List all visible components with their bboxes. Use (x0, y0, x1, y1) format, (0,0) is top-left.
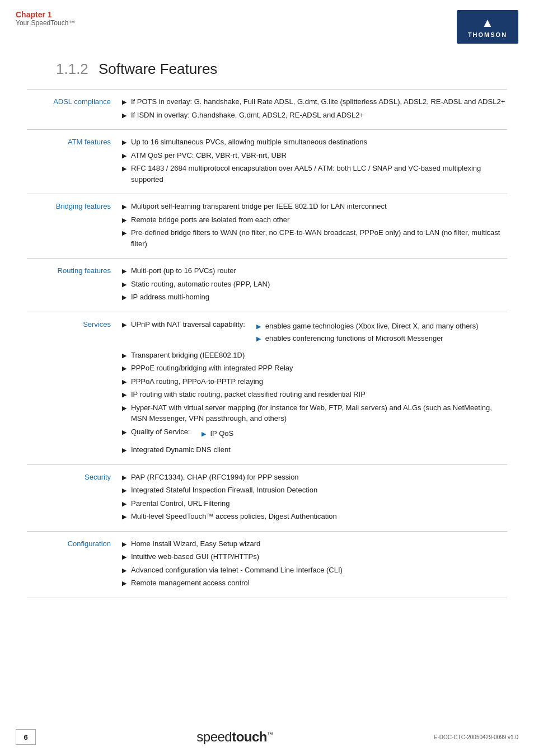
item-text: Home Install Wizard, Easy Setup wizard (131, 538, 260, 550)
item-text: Advanced configuration via telnet - Comm… (131, 565, 343, 576)
item-text: If POTS in overlay: G. handshake, Full R… (131, 96, 505, 107)
bullet-arrow-icon: ▶ (122, 320, 127, 330)
chapter-label: Chapter 1 (16, 10, 75, 19)
bullet-arrow-icon: ▶ (122, 138, 127, 147)
feature-row: Services▶UPnP with NAT traversal capabil… (27, 312, 507, 464)
item-text: Multi-level SpeedTouch™ access policies,… (131, 511, 337, 522)
list-item: ▶Home Install Wizard, Easy Setup wizard (122, 538, 507, 550)
page-header: Chapter 1 Your SpeedTouch™ ▲ THOMSON (0, 0, 534, 44)
bullet-arrow-icon: ▶ (122, 486, 127, 495)
feature-label: Routing features (27, 259, 116, 312)
item-text: IP address multi-homing (131, 292, 209, 303)
list-item: ▶Pre-defined bridge filters to WAN (no f… (122, 227, 507, 249)
bullet-arrow-icon: ▶ (122, 164, 127, 173)
sub-bullet-arrow-icon: ▶ (202, 429, 206, 439)
chapter-sub: Your SpeedTouch™ (16, 19, 75, 27)
page-footer: 6 speedtouch™ E-DOC-CTC-20050429-0099 v1… (0, 729, 534, 745)
item-text: UPnP with NAT traversal capability: (131, 319, 245, 330)
list-item: ▶ATM QoS per PVC: CBR, VBR-rt, VBR-nrt, … (122, 150, 507, 161)
item-text: IP routing with static routing, packet c… (131, 389, 366, 400)
list-item: ▶Intuitive web-based GUI (HTTP/HTTPs) (122, 551, 507, 562)
feature-row: ADSL compliance▶If POTS in overlay: G. h… (27, 90, 507, 130)
feature-label: Security (27, 464, 116, 531)
thomson-logo-icon: ▲ (481, 16, 494, 30)
section-number: 1.1.2 (56, 60, 88, 77)
chapter-info: Chapter 1 Your SpeedTouch™ (16, 10, 75, 27)
bullet-arrow-icon: ▶ (122, 364, 127, 373)
list-item: ▶Advanced configuration via telnet - Com… (122, 565, 507, 576)
thomson-logo-text: THOMSON (468, 31, 507, 38)
item-text: Multi-port (up to 16 PVCs) router (131, 265, 236, 276)
item-text: Hyper-NAT with virtual server mapping (f… (131, 402, 507, 424)
feature-row: Bridging features▶Multiport self-learnin… (27, 194, 507, 259)
bullet-arrow-icon: ▶ (122, 579, 127, 588)
feature-row: Configuration▶Home Install Wizard, Easy … (27, 531, 507, 598)
list-item: ▶Multi-level SpeedTouch™ access policies… (122, 511, 507, 522)
feature-content: ▶PAP (RFC1334), CHAP (RFC1994) for PPP s… (116, 464, 507, 531)
bullet-arrow-icon: ▶ (122, 390, 127, 400)
bullet-arrow-icon: ▶ (122, 566, 127, 575)
feature-label: Bridging features (27, 194, 116, 259)
feature-label: ADSL compliance (27, 90, 116, 130)
item-text: RFC 1483 / 2684 multiprotocol encapsulat… (131, 163, 507, 185)
bullet-arrow-icon: ▶ (122, 228, 127, 238)
feature-label: Services (27, 312, 116, 464)
logo-area: ▲ THOMSON (457, 10, 518, 44)
item-text: Integrated Stateful Inspection Firewall,… (131, 485, 317, 496)
list-item: ▶PPPoE routing/bridging with integrated … (122, 363, 507, 374)
page-title-area: 1.1.2 Software Features (0, 44, 534, 83)
sub-item-text: enables game technologies (Xbox live, Di… (265, 321, 479, 332)
item-text: Pre-defined bridge filters to WAN (no fi… (131, 227, 507, 249)
item-text: PPPoE routing/bridging with integrated P… (131, 363, 293, 374)
bullet-arrow-icon: ▶ (122, 202, 127, 212)
list-item: ▶Up to 16 simultaneous PVCs, allowing mu… (122, 137, 507, 148)
bullet-arrow-icon: ▶ (122, 473, 127, 482)
list-item: ▶Integrated Stateful Inspection Firewall… (122, 485, 507, 496)
feature-row: ATM features▶Up to 16 simultaneous PVCs,… (27, 130, 507, 194)
list-item: ▶Remote bridge ports are isolated from e… (122, 214, 507, 226)
bullet-arrow-icon: ▶ (122, 293, 127, 302)
item-text: If ISDN in overlay: G.handshake, G.dmt, … (131, 110, 364, 121)
item-text: Integrated Dynamic DNS client (131, 444, 231, 456)
bullet-arrow-icon: ▶ (122, 445, 127, 455)
bullet-arrow-icon: ▶ (122, 428, 127, 437)
bullet-arrow-icon: ▶ (122, 351, 127, 360)
bullet-arrow-icon: ▶ (122, 499, 127, 509)
list-item: ▶IP address multi-homing (122, 292, 507, 303)
item-text: Intuitive web-based GUI (HTTP/HTTPs) (131, 551, 259, 562)
sub-item-text: IP QoS (210, 428, 234, 439)
page-number: 6 (16, 729, 36, 745)
sub-list-item: ▶enables game technologies (Xbox live, D… (256, 321, 479, 332)
list-item: ▶Static routing, automatic routes (PPP, … (122, 279, 507, 290)
bullet-arrow-icon: ▶ (122, 280, 127, 289)
feature-content: ▶Up to 16 simultaneous PVCs, allowing mu… (116, 130, 507, 194)
list-item: ▶Quality of Service:▶IP QoS (122, 426, 507, 443)
sub-list-item: ▶enables conferencing functions of Micro… (256, 333, 479, 344)
bullet-arrow-icon: ▶ (122, 539, 127, 549)
item-text: Remote management access control (131, 577, 250, 589)
list-item: ▶Remote management access control (122, 577, 507, 589)
feature-content: ▶UPnP with NAT traversal capability:▶ena… (116, 312, 507, 464)
feature-row: Routing features▶Multi-port (up to 16 PV… (27, 259, 507, 312)
list-item: ▶Multiport self-learning transparent bri… (122, 201, 507, 212)
item-text: Up to 16 simultaneous PVCs, allowing mul… (131, 137, 367, 148)
list-item: ▶Multi-port (up to 16 PVCs) router (122, 265, 507, 276)
feature-label: Configuration (27, 531, 116, 598)
list-item: ▶IP routing with static routing, packet … (122, 389, 507, 400)
feature-content: ▶Multiport self-learning transparent bri… (116, 194, 507, 259)
list-item: ▶Hyper-NAT with virtual server mapping (… (122, 402, 507, 424)
feature-content: ▶Home Install Wizard, Easy Setup wizard▶… (116, 531, 507, 598)
sub-bullet-arrow-icon: ▶ (256, 334, 261, 344)
bullet-arrow-icon: ▶ (122, 552, 127, 562)
logo-box: ▲ THOMSON (457, 10, 518, 44)
list-item: ▶UPnP with NAT traversal capability:▶ena… (122, 319, 507, 348)
list-item: ▶Integrated Dynamic DNS client (122, 444, 507, 456)
bullet-arrow-icon: ▶ (122, 266, 127, 276)
bullet-arrow-icon: ▶ (122, 377, 127, 387)
sub-bullet-arrow-icon: ▶ (256, 322, 261, 331)
item-text: PPPoA routing, PPPoA-to-PPTP relaying (131, 376, 263, 387)
item-text: Static routing, automatic routes (PPP, L… (131, 279, 270, 290)
list-item: ▶PPPoA routing, PPPoA-to-PPTP relaying (122, 376, 507, 387)
feature-label: ATM features (27, 130, 116, 194)
list-item: ▶If ISDN in overlay: G.handshake, G.dmt,… (122, 110, 507, 121)
